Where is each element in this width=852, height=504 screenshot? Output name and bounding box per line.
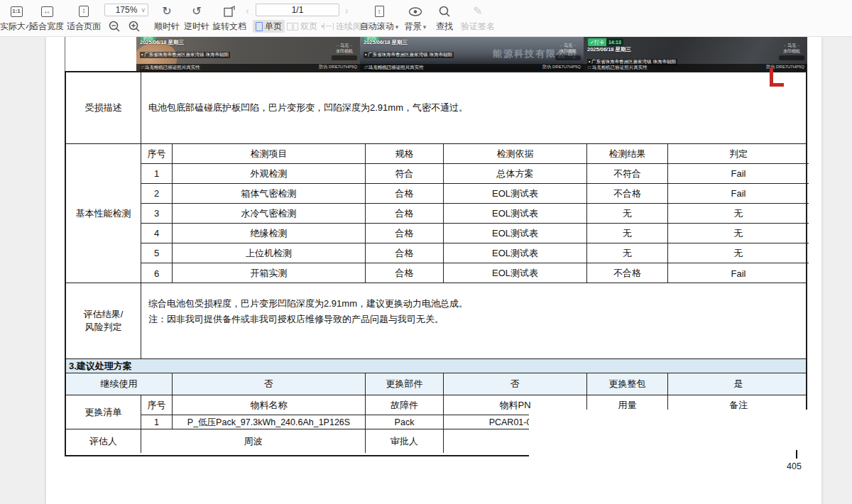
auto-scroll-icon	[375, 6, 384, 17]
rotate-clockwise-label: 顺时针	[152, 21, 182, 33]
evidence-photo-strip: 时间 2025/06/18 星期三 广东省珠海市香洲区唐家湾镇 珠海市朝阳 汽车…	[136, 37, 807, 71]
single-page-icon	[256, 22, 263, 31]
single-page-button[interactable]: 单页	[253, 20, 285, 33]
table-cell: 无	[587, 224, 668, 243]
damage-label-cell: 受损描述	[66, 72, 141, 143]
photo-serial: 防伪 DRE7U7HP5Q	[542, 64, 581, 70]
evidence-photo-1: 时间 2025/06/18 星期三 广东省珠海市香洲区唐家湾镇 珠海市朝阳 汽车…	[136, 37, 360, 71]
checkin-label: ✓打卡	[588, 38, 606, 46]
watermark-date: 2025/06/18 星期三	[587, 46, 677, 53]
table-cell: P_低压Pack_97.3kWh_240.6Ah_1P126S	[173, 415, 366, 429]
watermark-brand-sub: 水印相机	[779, 49, 804, 55]
table-cell: 合格	[366, 184, 444, 204]
table-cell: 符合	[366, 164, 444, 184]
replace-pack-label: 更换整包	[587, 373, 668, 395]
auto-scroll-button[interactable]: 自动滚动▾	[359, 3, 400, 33]
fit-page-button[interactable]: 适合页面	[65, 3, 102, 33]
next-page-icon[interactable]: ›	[345, 5, 349, 16]
document-viewport[interactable]: 时间 2025/06/18 星期三 广东省珠海市香洲区唐家湾镇 珠海市朝阳 汽车…	[0, 37, 852, 504]
damage-text-cell: 电池包底部磕碰底护板凹陷，巴片变形变，凹陷深度为2.91mm，气密不通过。	[141, 72, 806, 143]
background-button[interactable]: 背景▾	[400, 3, 431, 33]
table-cell: 不合格	[587, 263, 668, 283]
evaluation-label-cell: 评估结果/ 风险判定	[66, 283, 141, 358]
pdf-page[interactable]: 时间 2025/06/18 星期三 广东省珠海市香洲区唐家湾镇 珠海市朝阳 汽车…	[46, 37, 821, 504]
zoom-level-dropdown[interactable]: 175% ∨	[104, 4, 148, 16]
evaluation-row: 评估结果/ 风险判定 综合电池包受损程度，巴片变形凹陷深度为2.91mm，建议更…	[66, 283, 806, 359]
performance-test-table: 基本性能检测 序号 检测项目 规格 检测依据 检测结果 判定 1 外观检测 符合…	[66, 144, 806, 283]
zoom-level-value: 175%	[116, 5, 138, 15]
watermark-pill	[779, 55, 804, 60]
zoom-out-button[interactable]	[108, 20, 121, 35]
chevron-down-icon: ▾	[423, 23, 427, 31]
table-cell: 合格	[366, 263, 444, 283]
table-cell: 外观检测	[173, 164, 366, 184]
watermark-brand: ·· 马克 ··	[555, 43, 581, 49]
col-header: 检测结果	[587, 144, 668, 164]
previous-page-icon[interactable]: ‹	[246, 5, 249, 16]
col-header: 判定	[668, 144, 809, 164]
rotate-counterclockwise-button[interactable]: ↺ 逆时针	[182, 3, 212, 33]
border-remnant-mark	[796, 450, 797, 459]
watermark-brand-sub: 水印相机	[332, 49, 357, 55]
col-header: 物料名称	[173, 395, 366, 415]
find-button[interactable]: 查找	[433, 3, 456, 33]
fit-page-label: 适合页面	[65, 21, 102, 33]
background-label: 背景	[405, 21, 422, 31]
double-page-icon	[287, 23, 298, 31]
watermark-brand: ·· 马克 ··	[779, 43, 804, 49]
table-cell: 6	[141, 263, 173, 283]
double-page-label: 双页	[300, 21, 317, 33]
rotate-document-button[interactable]: 旋转文档	[210, 3, 248, 33]
search-icon	[438, 5, 451, 18]
table-cell: 3	[141, 204, 173, 224]
table-cell: 无	[587, 243, 668, 263]
table-cell: 合格	[366, 204, 444, 224]
table-cell: EOL测试表	[444, 184, 587, 204]
table-cell: 总体方案	[444, 164, 587, 184]
table-cell: 1	[141, 415, 173, 429]
fit-width-label: 适合宽度	[28, 21, 65, 33]
page-number: 405	[787, 461, 802, 471]
zoom-in-button[interactable]	[128, 20, 141, 35]
table-cell: 无	[668, 224, 809, 243]
evaluation-line2: 注：因非我司提供备件或非我司授权店维修导致的产品问题与我司无关。	[148, 312, 806, 327]
table-cell: EOL测试表	[444, 263, 587, 283]
timestamp-badge-fragment: 时间	[141, 37, 155, 40]
rotate-counterclockwise-label: 逆时针	[182, 21, 212, 33]
zoom-in-icon	[128, 20, 141, 33]
photo-serial: 防伪 DRE7U7HP5Q	[319, 64, 357, 70]
evidence-photo-3: ✓打卡 14:13 2025/06/18 星期三 广东省珠海市香洲区唐家湾镇 珠…	[584, 37, 807, 71]
damage-description-row: 受损描述 电池包底部磕碰底护板凹陷，巴片变形变，凹陷深度为2.91mm，气密不通…	[66, 72, 806, 144]
fit-width-icon	[41, 6, 53, 17]
table-cell: EOL测试表	[444, 224, 587, 243]
evaluation-text-cell: 综合电池包受损程度，巴片变形凹陷深度为2.91mm，建议更换动力电池总成。 注：…	[141, 283, 806, 358]
table-cell: 4	[141, 224, 173, 243]
watermark-pill	[555, 55, 581, 60]
chevron-down-icon: ▾	[395, 23, 399, 31]
watermark-brand: ·· 马克 ··	[332, 43, 357, 49]
table-cell: 1	[141, 164, 173, 184]
section3-title: 3.建议处理方案	[66, 359, 806, 373]
table-cell: 5	[141, 243, 173, 263]
verify-signature-button[interactable]: ✎ 验证签名	[459, 3, 497, 33]
fit-width-button[interactable]: 适合宽度	[28, 3, 65, 33]
rotate-clockwise-button[interactable]: ↻ 顺时针	[152, 3, 182, 33]
table-cell: Pack	[366, 415, 444, 429]
rotate-document-label: 旋转文档	[210, 21, 248, 33]
usage-decision-row: 继续使用 否 更换部件 否 更换整包 是	[66, 373, 806, 395]
table-cell: 开箱实测	[173, 263, 366, 283]
find-label: 查找	[433, 21, 456, 33]
watermark-address: 广东省珠海市香洲区唐家湾镇 珠海市朝阳	[364, 52, 454, 58]
replace-part-label: 更换部件	[366, 373, 444, 395]
table-cell: EOL测试表	[444, 243, 587, 263]
table-cell: 无	[668, 243, 809, 263]
page-input[interactable]: 1/1	[256, 4, 339, 16]
continue-use-label: 继续使用	[66, 373, 173, 395]
table-cell: 不合格	[587, 184, 668, 204]
col-header: 序号	[141, 395, 173, 415]
table-cell: 合格	[366, 243, 444, 263]
table-cell: 无	[587, 204, 668, 224]
col-header: 故障件	[366, 395, 444, 415]
timestamp-badge-fragment: 时间	[364, 37, 379, 40]
continue-use-value: 否	[173, 373, 366, 395]
